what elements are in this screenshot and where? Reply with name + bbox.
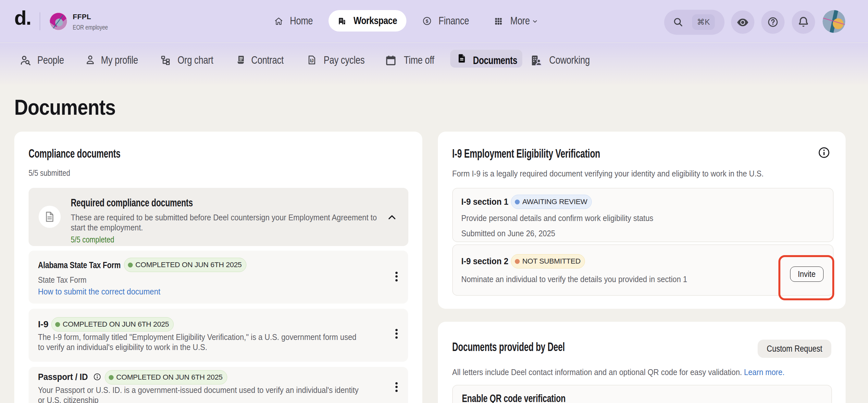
- svg-text:$: $: [311, 58, 313, 62]
- svg-text:$: $: [426, 18, 429, 24]
